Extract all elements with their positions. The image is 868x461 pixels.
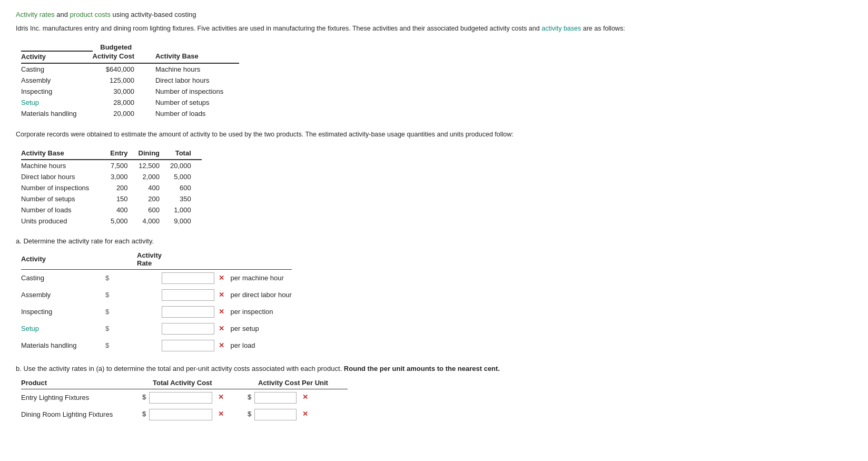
budget-activity-name: Casting: [21, 63, 93, 75]
ar-activity-name: Inspecting: [21, 303, 105, 320]
ab-header-base: Activity Base: [21, 148, 110, 160]
budget-activity-name: Materials handling: [21, 108, 93, 119]
ar-input[interactable]: [162, 306, 214, 318]
ar-dollar-sign: $: [105, 269, 162, 287]
budget-header-cost: Activity Cost: [93, 51, 155, 63]
ar-input-cell[interactable]: [162, 269, 214, 287]
sb-total-input[interactable]: [149, 392, 212, 404]
ab-total: 350: [170, 193, 202, 204]
budget-header-base: Activity Base: [155, 51, 239, 63]
title-end: using activity-based costing: [111, 11, 196, 18]
ab-row: Machine hours 7,500 12,500 20,000: [21, 160, 202, 171]
ar-input-cell[interactable]: [162, 287, 214, 303]
sb-total-input[interactable]: [149, 409, 212, 420]
ar-x-mark: ✕ per direct labor hour: [214, 287, 292, 303]
ab-base: Units produced: [21, 215, 110, 227]
ar-x-mark: ✕ per setup: [214, 320, 292, 337]
ab-row: Number of inspections 200 400 600: [21, 182, 202, 193]
ab-row: Units produced 5,000 4,000 9,000: [21, 215, 202, 227]
sb-header-product: Product: [21, 378, 137, 389]
ar-unit: per machine hour: [231, 274, 284, 282]
ar-activity-name: Assembly: [21, 287, 105, 303]
ab-header-dining: Dining: [139, 148, 170, 160]
ar-unit: per inspection: [231, 308, 273, 316]
sb-perunit-xmark: ✕: [302, 410, 308, 418]
ar-header-rate: Activity Rate: [105, 250, 162, 270]
ab-dining: 4,000: [139, 215, 170, 227]
ab-dining: 600: [139, 204, 170, 215]
ar-input[interactable]: [162, 340, 214, 351]
budget-base: Number of loads: [155, 108, 239, 119]
ar-x-mark: ✕ per inspection: [214, 303, 292, 320]
ab-base: Number of inspections: [21, 182, 110, 193]
ar-activity-name: Setup: [21, 320, 105, 337]
ar-input-cell[interactable]: [162, 337, 214, 354]
sb-header-perunit: Activity Cost Per Unit: [242, 378, 348, 389]
sb-total-xmark: ✕: [218, 410, 224, 418]
budget-header-activity: Activity: [21, 51, 93, 63]
section-b-bold: Round the per unit amounts to the neares…: [344, 365, 500, 372]
ab-base: Number of loads: [21, 204, 110, 215]
ar-input[interactable]: [162, 323, 214, 335]
ab-entry: 400: [110, 204, 138, 215]
activity-base-table: Activity Base Entry Dining Total Machine…: [21, 148, 202, 227]
ab-entry: 5,000: [110, 215, 138, 227]
section-b-text: b. Use the activity rates in (a) to dete…: [16, 365, 344, 372]
ar-input-cell[interactable]: [162, 320, 214, 337]
intro-link: activity bases: [541, 25, 581, 32]
ab-entry: 7,500: [110, 160, 138, 171]
ar-input[interactable]: [162, 289, 214, 301]
ab-total: 600: [170, 182, 202, 193]
ar-unit: per load: [231, 341, 255, 349]
intro-paragraph: Idris Inc. manufactures entry and dining…: [16, 24, 852, 34]
ab-entry: 150: [110, 193, 138, 204]
title-connector: and: [55, 11, 70, 18]
sb-perunit-input[interactable]: [254, 392, 297, 404]
ab-entry: 200: [110, 182, 138, 193]
ab-header-total: Total: [170, 148, 202, 160]
ar-unit: per setup: [231, 325, 259, 332]
budget-base: Machine hours: [155, 63, 239, 75]
sb-perunit-dollar: $: [248, 410, 251, 418]
ab-header-entry: Entry: [110, 148, 138, 160]
ar-x-mark: ✕ per load: [214, 337, 292, 354]
sb-perunit-input-group: $ ✕: [242, 406, 348, 423]
budget-cost: $640,000: [93, 63, 155, 75]
budget-cost: 28,000: [93, 97, 155, 108]
sb-perunit-input-group: $ ✕: [242, 389, 348, 406]
budget-col-budgeted-label: Budgeted: [93, 42, 155, 51]
ar-dollar-sign: $: [105, 303, 162, 320]
title-product-costs: product costs: [70, 11, 111, 18]
sb-product-name: Entry Lighting Fixtures: [21, 389, 137, 406]
budget-activity-name: Inspecting: [21, 86, 93, 97]
page-title: Activity rates and product costs using a…: [16, 11, 852, 18]
sb-row: Entry Lighting Fixtures $ ✕ $ ✕: [21, 389, 348, 406]
sb-perunit-dollar: $: [248, 393, 251, 401]
ab-total: 1,000: [170, 204, 202, 215]
budget-base: Number of inspections: [155, 86, 239, 97]
ar-dollar-sign: $: [105, 287, 162, 303]
sb-perunit-xmark: ✕: [302, 393, 308, 401]
section-b-table: Product Total Activity Cost Activity Cos…: [21, 378, 348, 423]
budget-cost: 125,000: [93, 75, 155, 86]
ab-row: Number of loads 400 600 1,000: [21, 204, 202, 215]
ar-input[interactable]: [162, 272, 214, 284]
budget-activity-name: Setup: [21, 97, 93, 108]
sb-perunit-input[interactable]: [254, 409, 297, 420]
ar-input-cell[interactable]: [162, 303, 214, 320]
ar-x-mark: ✕ per machine hour: [214, 269, 292, 287]
title-activity-rates: Activity rates: [16, 11, 55, 18]
budget-base: Direct labor hours: [155, 75, 239, 86]
ar-dollar-sign: $: [105, 337, 162, 354]
sb-product-name: Dining Room Lighting Fixtures: [21, 406, 137, 423]
sb-row: Dining Room Lighting Fixtures $ ✕ $ ✕: [21, 406, 348, 423]
budget-row: Casting $640,000 Machine hours: [21, 63, 239, 75]
sb-total-dollar: $: [142, 393, 146, 401]
budget-base: Number of setups: [155, 97, 239, 108]
ab-dining: 400: [139, 182, 170, 193]
budget-row: Inspecting 30,000 Number of inspections: [21, 86, 239, 97]
budget-activity-name: Assembly: [21, 75, 93, 86]
budget-col-base-empty: [155, 42, 239, 51]
ar-row: Assembly $ ✕ per direct labor hour: [21, 287, 292, 303]
ar-header-activity: Activity: [21, 250, 105, 270]
